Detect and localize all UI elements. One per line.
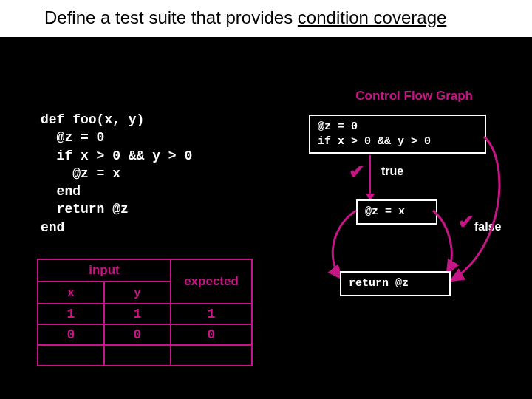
table-row: 1 1 1 bbox=[38, 304, 252, 324]
x-header: x bbox=[38, 282, 104, 304]
cell-x: 0 bbox=[38, 324, 104, 345]
cell-y: 1 bbox=[104, 304, 171, 324]
cell-expected: 0 bbox=[171, 324, 252, 345]
title-banner: Define a test suite that provides condit… bbox=[0, 0, 532, 37]
table-row: 0 0 0 bbox=[38, 324, 252, 345]
test-suite-table: input expected x y 1 1 1 0 0 0 bbox=[37, 259, 253, 366]
cell-y bbox=[104, 345, 171, 366]
table-header-row: input expected bbox=[38, 259, 252, 282]
title-text: Define a test suite that provides bbox=[44, 7, 298, 27]
cell-expected bbox=[171, 345, 252, 366]
cell-x: 1 bbox=[38, 304, 104, 324]
slide: Define a test suite that provides condit… bbox=[0, 0, 532, 399]
cfg-heading: Control Flow Graph bbox=[355, 89, 473, 103]
code-block: def foo(x, y) @z = 0 if x > 0 && y > 0 @… bbox=[41, 111, 192, 236]
expected-header: expected bbox=[171, 259, 252, 304]
y-header: y bbox=[104, 282, 171, 304]
control-flow-graph: @z = 0 if x > 0 && y > 0 ✔ true @z = x ✔… bbox=[303, 115, 502, 321]
table-row bbox=[38, 345, 252, 366]
cell-expected: 1 bbox=[171, 304, 252, 324]
cfg-node-return: return @z bbox=[340, 271, 451, 296]
cell-x bbox=[38, 345, 104, 366]
cell-y: 0 bbox=[104, 324, 171, 345]
input-header: input bbox=[38, 259, 171, 282]
title-underlined: condition coverage bbox=[298, 7, 446, 27]
